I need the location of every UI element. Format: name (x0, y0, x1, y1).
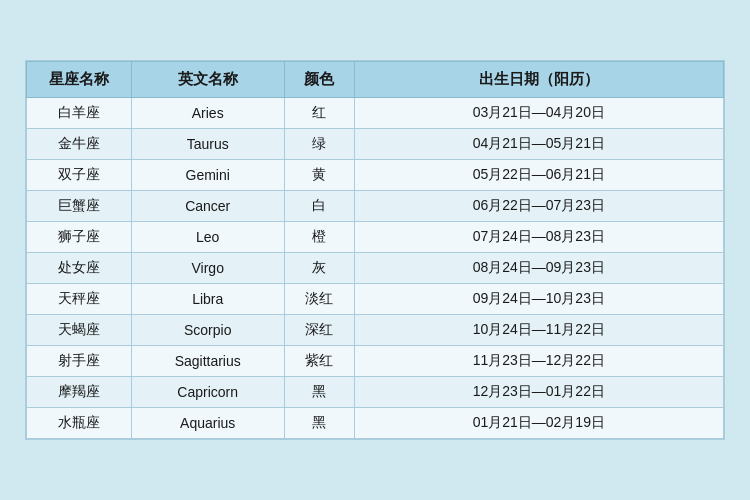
header-english: 英文名称 (131, 62, 284, 98)
cell-english: Aquarius (131, 408, 284, 439)
cell-date: 10月24日—11月22日 (354, 315, 723, 346)
cell-english: Virgo (131, 253, 284, 284)
cell-date: 12月23日—01月22日 (354, 377, 723, 408)
cell-english: Gemini (131, 160, 284, 191)
cell-date: 11月23日—12月22日 (354, 346, 723, 377)
cell-color: 黑 (284, 377, 354, 408)
cell-chinese: 天蝎座 (27, 315, 132, 346)
zodiac-table-container: 星座名称 英文名称 颜色 出生日期（阳历） 白羊座Aries红03月21日—04… (25, 60, 725, 440)
cell-date: 09月24日—10月23日 (354, 284, 723, 315)
cell-color: 橙 (284, 222, 354, 253)
cell-english: Scorpio (131, 315, 284, 346)
cell-chinese: 金牛座 (27, 129, 132, 160)
cell-chinese: 处女座 (27, 253, 132, 284)
table-row: 狮子座Leo橙07月24日—08月23日 (27, 222, 724, 253)
header-date: 出生日期（阳历） (354, 62, 723, 98)
cell-color: 白 (284, 191, 354, 222)
cell-color: 深红 (284, 315, 354, 346)
table-row: 摩羯座Capricorn黑12月23日—01月22日 (27, 377, 724, 408)
table-row: 天蝎座Scorpio深红10月24日—11月22日 (27, 315, 724, 346)
cell-date: 04月21日—05月21日 (354, 129, 723, 160)
table-row: 天秤座Libra淡红09月24日—10月23日 (27, 284, 724, 315)
cell-color: 绿 (284, 129, 354, 160)
table-row: 巨蟹座Cancer白06月22日—07月23日 (27, 191, 724, 222)
cell-chinese: 巨蟹座 (27, 191, 132, 222)
cell-date: 03月21日—04月20日 (354, 98, 723, 129)
cell-color: 红 (284, 98, 354, 129)
table-row: 金牛座Taurus绿04月21日—05月21日 (27, 129, 724, 160)
cell-date: 06月22日—07月23日 (354, 191, 723, 222)
cell-english: Cancer (131, 191, 284, 222)
cell-english: Taurus (131, 129, 284, 160)
cell-chinese: 狮子座 (27, 222, 132, 253)
zodiac-table: 星座名称 英文名称 颜色 出生日期（阳历） 白羊座Aries红03月21日—04… (26, 61, 724, 439)
cell-chinese: 摩羯座 (27, 377, 132, 408)
cell-english: Capricorn (131, 377, 284, 408)
cell-chinese: 白羊座 (27, 98, 132, 129)
cell-english: Libra (131, 284, 284, 315)
table-header-row: 星座名称 英文名称 颜色 出生日期（阳历） (27, 62, 724, 98)
header-color: 颜色 (284, 62, 354, 98)
table-row: 水瓶座Aquarius黑01月21日—02月19日 (27, 408, 724, 439)
header-chinese: 星座名称 (27, 62, 132, 98)
cell-color: 灰 (284, 253, 354, 284)
cell-chinese: 水瓶座 (27, 408, 132, 439)
cell-color: 淡红 (284, 284, 354, 315)
cell-english: Leo (131, 222, 284, 253)
table-row: 处女座Virgo灰08月24日—09月23日 (27, 253, 724, 284)
cell-english: Aries (131, 98, 284, 129)
cell-date: 08月24日—09月23日 (354, 253, 723, 284)
cell-chinese: 射手座 (27, 346, 132, 377)
cell-english: Sagittarius (131, 346, 284, 377)
cell-color: 紫红 (284, 346, 354, 377)
table-row: 双子座Gemini黄05月22日—06月21日 (27, 160, 724, 191)
table-row: 白羊座Aries红03月21日—04月20日 (27, 98, 724, 129)
cell-date: 01月21日—02月19日 (354, 408, 723, 439)
table-row: 射手座Sagittarius紫红11月23日—12月22日 (27, 346, 724, 377)
cell-color: 黑 (284, 408, 354, 439)
cell-chinese: 天秤座 (27, 284, 132, 315)
cell-color: 黄 (284, 160, 354, 191)
cell-chinese: 双子座 (27, 160, 132, 191)
cell-date: 07月24日—08月23日 (354, 222, 723, 253)
cell-date: 05月22日—06月21日 (354, 160, 723, 191)
